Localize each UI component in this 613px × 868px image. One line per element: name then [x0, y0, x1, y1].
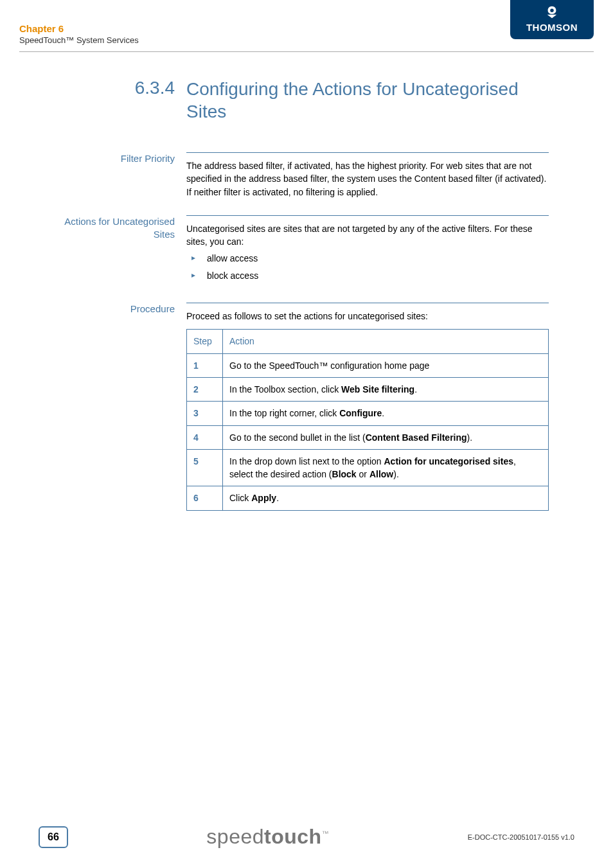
thomson-icon [545, 5, 559, 19]
speedtouch-logo: speedtouch™ [206, 825, 329, 848]
filter-priority-text: The address based filter, if activated, … [186, 159, 549, 199]
block-procedure: Procedure Proceed as follows to set the … [64, 303, 549, 511]
step-number-cell: 6 [187, 486, 223, 510]
step-action-cell: In the Toolbox section, click Web Site f… [223, 377, 549, 401]
chapter-subtitle: SpeedTouch™ System Services [19, 35, 139, 45]
block-filter-priority: Filter Priority The address based filter… [64, 152, 549, 199]
rule-divider [186, 303, 549, 303]
section-number: 6.3.4 [64, 78, 186, 98]
page-number: 66 [39, 826, 68, 848]
step-number-cell: 4 [187, 425, 223, 449]
logo-bold: touch [264, 825, 322, 848]
block-label-procedure: Procedure [64, 303, 186, 315]
chapter-title: Chapter 6 [19, 23, 139, 34]
table-header-step: Step [187, 330, 223, 353]
logo-light: speed [206, 825, 264, 848]
step-number-cell: 2 [187, 377, 223, 401]
table-row: 5In the drop down list next to the optio… [187, 449, 549, 486]
actions-intro-text: Uncategorised sites are sites that are n… [186, 222, 549, 249]
logo-tm: ™ [322, 829, 330, 837]
block-body-actions: Uncategorised sites are sites that are n… [186, 215, 549, 286]
step-action-cell: Click Apply. [223, 486, 549, 510]
step-action-cell: Go to the SpeedTouch™ configuration home… [223, 353, 549, 377]
block-actions: Actions for Uncategorised Sites Uncatego… [64, 215, 549, 286]
page-header: Chapter 6 SpeedTouch™ System Services TH… [0, 0, 613, 45]
footer-center: speedtouch™ [68, 825, 468, 849]
actions-bullet-list: allow access block access [186, 252, 549, 282]
rule-divider [186, 215, 549, 216]
content-area: 6.3.4 Configuring the Actions for Uncate… [0, 52, 613, 511]
step-action-cell: In the top right corner, click Configure… [223, 402, 549, 425]
step-action-cell: In the drop down list next to the option… [223, 449, 549, 486]
thomson-logo: THOMSON [510, 0, 594, 39]
step-number-cell: 5 [187, 449, 223, 486]
list-item: allow access [190, 252, 549, 265]
section-title: Configuring the Actions for Uncategorise… [186, 78, 549, 123]
header-left: Chapter 6 SpeedTouch™ System Services [19, 19, 139, 45]
block-label-filter-priority: Filter Priority [64, 152, 186, 165]
procedure-intro-text: Proceed as follows to set the actions fo… [186, 310, 549, 323]
block-label-actions: Actions for Uncategorised Sites [64, 215, 186, 242]
block-body-procedure: Proceed as follows to set the actions fo… [186, 303, 549, 511]
rule-divider [186, 152, 549, 153]
table-row: 6Click Apply. [187, 486, 549, 510]
list-item: block access [190, 269, 549, 282]
table-header-row: Step Action [187, 330, 549, 353]
block-body-filter-priority: The address based filter, if activated, … [186, 152, 549, 199]
table-row: 1Go to the SpeedTouch™ configuration hom… [187, 353, 549, 377]
step-number-cell: 3 [187, 402, 223, 425]
table-row: 3In the top right corner, click Configur… [187, 402, 549, 425]
table-row: 4Go to the second bullet in the list (Co… [187, 425, 549, 449]
document-id: E-DOC-CTC-20051017-0155 v1.0 [468, 833, 574, 841]
table-row: 2In the Toolbox section, click Web Site … [187, 377, 549, 401]
step-number-cell: 1 [187, 353, 223, 377]
procedure-table: Step Action 1Go to the SpeedTouch™ confi… [186, 329, 549, 510]
table-header-action: Action [223, 330, 549, 353]
thomson-brand-text: THOMSON [519, 22, 585, 33]
step-action-cell: Go to the second bullet in the list (Con… [223, 425, 549, 449]
section-heading: 6.3.4 Configuring the Actions for Uncate… [64, 78, 549, 123]
page-footer: 66 speedtouch™ E-DOC-CTC-20051017-0155 v… [0, 825, 613, 849]
